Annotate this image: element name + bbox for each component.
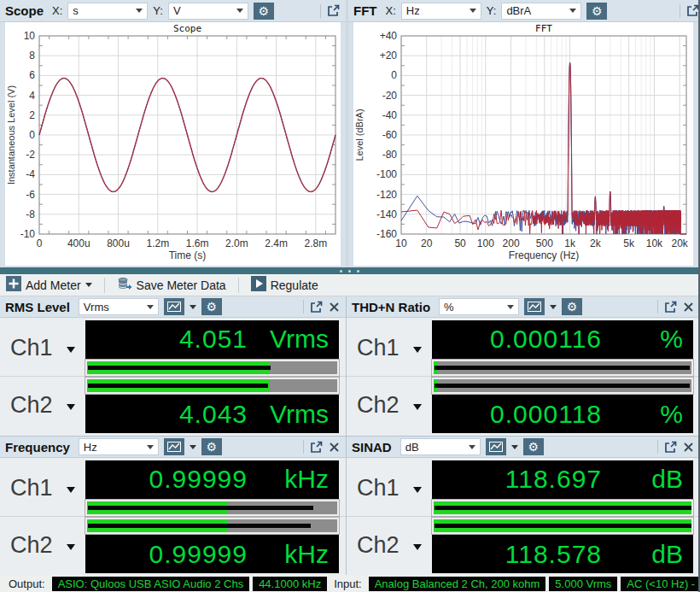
thdn-unit-select[interactable]: % xyxy=(439,298,519,315)
meter-settings-button[interactable]: ⚙ xyxy=(523,438,544,455)
svg-text:-4: -4 xyxy=(26,168,35,180)
frequency-unit-select[interactable]: Hz xyxy=(79,438,159,455)
fft-y-unit-select[interactable]: dBrA xyxy=(501,3,581,20)
rms-level-panel: RMS Level Vrms ⚙ xyxy=(0,296,346,436)
channel-selector[interactable]: Ch1 xyxy=(0,460,85,516)
meter-settings-button[interactable]: ⚙ xyxy=(201,438,222,455)
channel-selector[interactable]: Ch2 xyxy=(0,377,85,434)
close-icon[interactable] xyxy=(683,442,694,453)
chevron-down-icon xyxy=(147,305,154,309)
svg-text:10: 10 xyxy=(395,237,407,249)
meter-settings-button[interactable]: ⚙ xyxy=(562,298,582,315)
svg-text:2k: 2k xyxy=(590,237,602,249)
fft-settings-button[interactable]: ⚙ xyxy=(586,3,607,20)
output-device-badge: ASIO: Quloos USB ASIO Audio 2 Chs xyxy=(52,577,250,591)
popout-icon[interactable] xyxy=(310,441,323,454)
gear-icon: ⚙ xyxy=(592,5,603,17)
chevron-down-icon xyxy=(67,347,75,353)
scope-x-unit-value: s xyxy=(73,4,79,17)
meter-bar-peakline xyxy=(435,366,690,370)
frequency-header: Frequency Hz ⚙ xyxy=(0,437,346,458)
meter-settings-button[interactable]: ⚙ xyxy=(201,298,222,315)
add-meter-button[interactable]: Add Meter xyxy=(3,274,95,296)
thdn-ratio-header: THD+N Ratio % ⚙ xyxy=(347,296,700,318)
channel-label: Ch1 xyxy=(357,335,400,361)
fft-title: FFT xyxy=(353,3,377,18)
chevron-down-icon[interactable] xyxy=(190,305,196,309)
popout-icon[interactable] xyxy=(310,301,323,314)
channel-selector[interactable]: Ch2 xyxy=(0,517,85,574)
channel-selector[interactable]: Ch2 xyxy=(347,517,432,574)
svg-text:-80: -80 xyxy=(382,149,398,161)
meter-bar-peakline xyxy=(88,384,268,388)
svg-text:FFT: FFT xyxy=(535,23,552,34)
chevron-down-icon xyxy=(413,487,422,493)
popout-icon[interactable] xyxy=(686,4,699,17)
meter-unit: dB xyxy=(602,465,683,494)
popout-icon[interactable] xyxy=(664,441,677,454)
channel-selector[interactable]: Ch2 xyxy=(347,377,432,434)
meter-value: 118.578 xyxy=(432,540,602,569)
meter-chart-button[interactable] xyxy=(164,298,184,315)
scope-y-label: Y: xyxy=(153,4,163,17)
horizontal-splitter[interactable] xyxy=(0,267,698,274)
meter-display: 4.051 Vrms xyxy=(85,320,339,359)
svg-text:500: 500 xyxy=(536,237,553,249)
chevron-down-icon[interactable] xyxy=(550,305,557,309)
channel-row: Ch2 0.99999 kHz xyxy=(0,517,346,574)
chart-icon xyxy=(489,442,503,452)
chevron-down-icon[interactable] xyxy=(511,445,518,449)
channel-label: Ch1 xyxy=(10,475,53,501)
chart-icon xyxy=(167,302,181,312)
scope-settings-button[interactable]: ⚙ xyxy=(254,3,274,20)
frequency-body: Ch1 0.99999 kHz xyxy=(0,458,346,575)
chevron-down-icon xyxy=(147,445,154,449)
scope-x-unit-select[interactable]: s xyxy=(67,3,148,20)
save-data-icon xyxy=(117,277,132,294)
rms-unit-select[interactable]: Vrms xyxy=(79,298,159,315)
channel-selector[interactable]: Ch1 xyxy=(0,319,85,376)
meter-display: 0.99999 kHz xyxy=(85,535,339,573)
chevron-down-icon xyxy=(413,544,422,550)
fft-x-unit-select[interactable]: Hz xyxy=(401,3,481,20)
meter-unit: Vrms xyxy=(248,325,329,354)
scope-panel: Scope X: s Y: V ⚙ xyxy=(0,0,346,267)
fft-plot-surface: +40+200-20-40-60-80-100-120-140-16010205… xyxy=(353,22,693,266)
svg-text:1.6m: 1.6m xyxy=(186,237,209,249)
separator xyxy=(303,440,304,454)
close-icon[interactable] xyxy=(683,302,694,313)
regulate-button[interactable]: Regulate xyxy=(248,274,321,296)
channel-label: Ch2 xyxy=(357,392,400,419)
save-meter-data-button[interactable]: Save Meter Data xyxy=(114,275,229,296)
channel-label: Ch2 xyxy=(357,532,400,559)
meter-chart-button[interactable] xyxy=(524,298,545,315)
chevron-down-icon xyxy=(67,487,75,493)
meter-title: RMS Level xyxy=(5,300,70,314)
sinad-unit-select[interactable]: dB xyxy=(400,438,481,455)
meter-chart-button[interactable] xyxy=(164,438,184,455)
channel-selector[interactable]: Ch1 xyxy=(347,319,432,376)
channel-selector[interactable]: Ch1 xyxy=(347,460,432,516)
gear-icon: ⚙ xyxy=(207,441,218,453)
meter-toolbar: Add Meter Save Meter Data Regulate xyxy=(0,274,698,296)
separator xyxy=(657,300,658,314)
svg-text:2: 2 xyxy=(29,109,35,121)
analyzer-window: Scope X: s Y: V ⚙ xyxy=(0,0,700,592)
meter-display: 4.043 Vrms xyxy=(85,395,339,433)
popout-icon[interactable] xyxy=(664,301,677,314)
meter-bar-peakline xyxy=(435,524,692,528)
meter-unit: % xyxy=(602,400,683,429)
svg-text:10k: 10k xyxy=(646,237,663,249)
popout-icon[interactable] xyxy=(327,4,340,17)
fft-x-label: X: xyxy=(386,4,396,17)
scope-y-unit-select[interactable]: V xyxy=(168,3,248,20)
meter-chart-button[interactable] xyxy=(486,438,506,455)
close-icon[interactable] xyxy=(329,442,340,453)
chevron-down-icon xyxy=(236,9,243,13)
separator xyxy=(320,4,321,18)
regulate-label: Regulate xyxy=(271,278,318,292)
close-icon[interactable] xyxy=(329,302,340,313)
svg-text:-20: -20 xyxy=(382,90,398,102)
meter-display: 0.99999 kHz xyxy=(85,460,339,499)
chevron-down-icon[interactable] xyxy=(190,445,196,449)
